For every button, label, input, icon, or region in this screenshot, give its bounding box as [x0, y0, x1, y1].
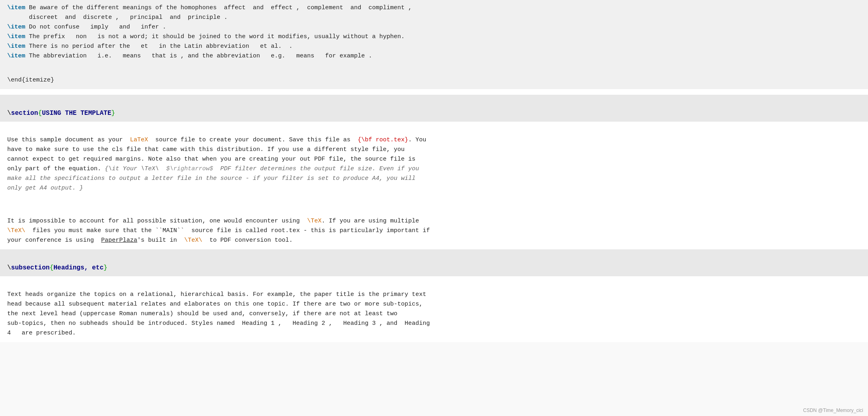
section-title: USING THE TEMPLATE — [42, 110, 111, 117]
prose-impossible-block: It is impossible to account for all poss… — [0, 203, 868, 249]
item-keyword-3: \item — [7, 33, 25, 40]
subsection-headings-header: \subsection{Headings, etc} — [0, 249, 868, 276]
section-cmd: section — [11, 110, 38, 117]
watermark: CSDN @Time_Memory_cici — [803, 407, 863, 414]
section-backslash: \ — [7, 110, 11, 117]
item-keyword-4: \item — [7, 43, 25, 50]
it-cmd-1: {\it Your \TeX\ $\rightarrow$ PDF filter… — [7, 165, 419, 192]
item-keyword-2: \item — [7, 24, 25, 31]
end-brace-close: } — [51, 77, 54, 84]
item-keyword-5: \item — [7, 53, 25, 59]
page: \item Be aware of the different meanings… — [0, 0, 868, 416]
section-using-header: \section{USING THE TEMPLATE} — [0, 95, 868, 122]
latex-cmd-tex-3: \TeX\ — [184, 237, 202, 244]
end-itemize-block: \end{itemize} — [0, 64, 868, 89]
paperplaza-link: PaperPlaza — [101, 237, 137, 244]
prose-using-block: Use this sample document as your LaTeX s… — [0, 122, 868, 197]
latex-cmd-tex-1: \TeX — [307, 218, 321, 224]
itemize-label: itemize — [25, 77, 51, 84]
section-brace-close: } — [111, 110, 115, 117]
spacer-2 — [0, 197, 868, 203]
item-keyword-1: \item — [7, 4, 25, 11]
subsection-brace-open: { — [50, 264, 54, 271]
subsection-brace-close: } — [104, 264, 108, 271]
subsection-cmd: subsection — [11, 264, 50, 271]
subsection-title: Headings, etc — [53, 264, 104, 271]
latex-cmd-tex-2: \TeX\ — [7, 227, 25, 234]
latex-cmd-1: LaTeX — [130, 137, 148, 143]
subsection-backslash: \ — [7, 264, 11, 271]
section-brace-open: { — [38, 110, 42, 117]
spacer-1 — [0, 89, 868, 95]
items-block: \item Be aware of the different meanings… — [0, 0, 868, 64]
math-rightarrow: $\rightarrow$ — [166, 165, 213, 172]
prose-headings-block: Text heads organize the topics on a rela… — [0, 276, 868, 342]
end-keyword: \end — [7, 77, 22, 84]
bf-root-tex: {\bf root.tex} — [358, 137, 408, 143]
end-brace-open: { — [22, 77, 25, 84]
